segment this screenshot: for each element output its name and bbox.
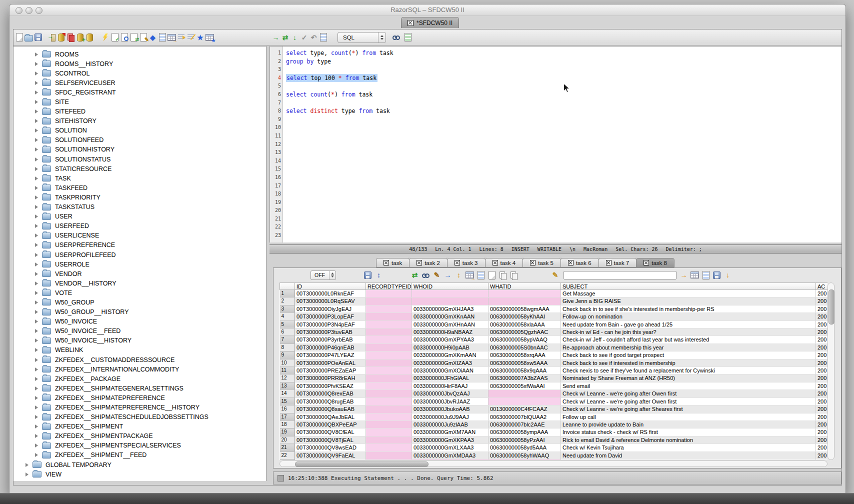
refresh-results-icon[interactable]: ⇄ [410,271,419,280]
grid-cell[interactable]: 200 [816,374,828,382]
grid-cell[interactable]: 0033000000GmXMDAA3 [412,452,488,459]
grid-cell[interactable] [412,298,488,305]
sidebar-item-vote[interactable]: VOTE [14,288,266,298]
grid-cell[interactable]: 200 [816,352,828,359]
sql-history-icon[interactable] [319,33,328,42]
grid-cell[interactable]: 200 [816,344,828,351]
grid-cell[interactable]: 00T3000000P46qnEAB [295,344,366,351]
disclosure-triangle-icon[interactable] [35,119,38,123]
grid-cell[interactable] [366,290,412,298]
grid-cell[interactable]: Nominated by Shane Freeman at ANZ (HR50) [561,374,816,382]
sidebar-item-sitehistory[interactable]: SITEHISTORY [14,116,266,126]
disclosure-triangle-icon[interactable] [35,214,38,218]
disclosure-triangle-icon[interactable] [35,291,38,295]
grid-cell[interactable]: 00T3000000QAeJbEAL [295,413,366,420]
sidebar-item-zkfedex-internationalcommodity[interactable]: ZKFEDEX__INTERNATIONALCOMMODITY [14,364,266,374]
vertical-scrollbar[interactable] [828,282,834,460]
view-text-icon[interactable] [488,271,496,280]
grid-cell[interactable]: 006300000058yPzAAI [488,436,561,444]
grid-cell[interactable]: 200 [816,406,828,413]
grid-cell[interactable]: Get Massage [561,290,816,298]
result-tab-task-4[interactable]: task 4 [485,258,524,268]
sidebar-item-vendor-history[interactable]: VENDOR__HISTORY [14,278,266,288]
grid-cell[interactable] [366,359,412,366]
grid-cell[interactable]: 00T3000000P47LYEAZ [295,352,366,359]
disclosure-triangle-icon[interactable] [35,205,38,209]
grid-cell[interactable]: 200 [816,367,828,374]
edit-cell-icon[interactable]: ✎ [432,271,441,280]
sidebar-item-zkfedex-shipmentspecialservices[interactable]: ZKFEDEX__SHIPMENTSPECIALSERVICES [14,441,266,450]
close-tab-icon[interactable] [492,260,498,266]
disclosure-triangle-icon[interactable] [35,186,38,190]
grid-cell[interactable]: 00T3000000Q8rexEAB [295,390,366,398]
grid-cell[interactable] [366,436,412,444]
describe-results-icon[interactable] [476,271,485,280]
grid-cell[interactable]: 0033000000GmXPYAA3 [412,336,488,344]
grid-cell[interactable]: 00T3000000PfvKSEAZ [295,382,366,390]
disclosure-triangle-icon[interactable] [26,472,28,476]
table-row[interactable]: 300T3000000OiyJgEAJ0033000000GmXHJAA3006… [280,305,828,312]
switch-connection-icon[interactable]: ⇄ [281,33,290,42]
sidebar-item-taskpriority[interactable]: TASKPRIORITY [14,192,266,202]
grid-cell[interactable]: 200 [816,436,828,444]
result-tab-task-6[interactable]: task 6 [560,258,599,268]
disclosure-triangle-icon[interactable] [35,234,38,238]
disclosure-triangle-icon[interactable] [35,81,38,85]
reload-sql-icon[interactable] [130,33,138,42]
zoom-button[interactable] [36,7,42,14]
column-header-recordtypeid[interactable]: RECORDTYPEID [366,283,412,290]
execute-sql-icon[interactable] [101,33,110,42]
table-row[interactable]: 500T3000000P3N4pEAF0033000000GmXHnAAN006… [280,320,828,328]
disclosure-triangle-icon[interactable] [35,72,38,76]
grid-cell[interactable]: 006300000058yd5AAA [488,444,561,452]
disclosure-triangle-icon[interactable] [35,62,38,66]
connect-database-icon[interactable] [48,33,56,42]
column-header-id[interactable]: ID [295,283,366,290]
grid-cell[interactable]: 006300000058ypVAAQ [488,336,561,344]
grid-cell[interactable]: Check back to see if good target prospec… [561,352,816,359]
sidebar-item-selfserviceuser[interactable]: SELFSERVICEUSER [14,78,266,88]
sidebar-item-zkfedex-shipment-feed[interactable]: ZKFEDEX__SHIPMENT__FEED [14,450,266,460]
disclosure-triangle-icon[interactable] [35,434,38,438]
vertical-scrollbar-thumb[interactable] [828,290,834,324]
sidebar-item-userpreference[interactable]: USERPREFERENCE [14,240,266,250]
edit-sql-icon[interactable] [139,33,148,42]
disclosure-triangle-icon[interactable] [35,377,38,381]
grid-cell[interactable] [366,398,412,405]
table-row[interactable]: 1200T3000000PRR8rEAH0033000000JFhGlAAL00… [280,374,828,382]
grid-cell[interactable]: Check-in w/ Jeff - couldn't afford last … [561,336,816,344]
column-header-ac[interactable]: AC [816,283,828,290]
sql-editor[interactable]: 1234567891011121314151617181920212223 se… [270,46,842,242]
table-row[interactable]: 400T3000000P3LopEAF0033000000GmXKnAAN006… [280,313,828,320]
sidebar-item-weblink[interactable]: WEBLINK [14,346,266,355]
disclosure-triangle-icon[interactable] [35,148,38,152]
disclosure-triangle-icon[interactable] [35,90,38,94]
grid-cell[interactable]: 200 [816,313,828,320]
fetch-more-rows-icon[interactable]: ↓ [724,271,732,280]
sidebar-item-global-temporary[interactable]: GLOBAL TEMPORARY [14,460,266,470]
close-tab-icon[interactable] [568,260,574,266]
table-row[interactable]: 23 [280,459,828,460]
sidebar-item-rooms-history[interactable]: ROOMS__HISTORY [14,59,266,68]
grid-cell[interactable]: Leanne to provide update to Bain [561,420,816,428]
grid-cell[interactable] [366,390,412,398]
grid-cell[interactable]: 0033000000H9aNBAAZ [412,328,488,336]
stepper-icon[interactable] [378,32,386,42]
horizontal-scrollbar[interactable] [280,460,828,467]
sidebar-item-user[interactable]: USER [14,212,266,222]
close-tab-icon[interactable] [530,260,536,266]
grid-cell[interactable]: 00T3000000P3LopEAF [295,313,366,320]
grid-cell[interactable]: 200 [816,359,828,366]
title-bar[interactable]: RazorSQL – SFDCW50 II [10,4,846,16]
grid-cell[interactable]: Check w/ Leanne - we're going after Owen… [561,398,816,405]
result-tab-task-8[interactable]: task 8 [636,258,674,268]
table-tree[interactable]: ROOMSROOMS__HISTORYSCONTROLSELFSERVICEUS… [14,46,266,481]
grid-cell[interactable] [366,374,412,382]
undo-edit-icon[interactable]: ↶ [310,33,318,42]
grid-cell[interactable]: 00T3000000QV8CfEAL [295,428,366,436]
grid-cell[interactable] [412,290,488,298]
export-results-icon[interactable] [466,271,474,280]
sidebar-item-rooms[interactable]: ROOMS [14,50,266,59]
disclosure-triangle-icon[interactable] [35,138,38,142]
move-row-icon[interactable]: ↕ [454,271,463,280]
